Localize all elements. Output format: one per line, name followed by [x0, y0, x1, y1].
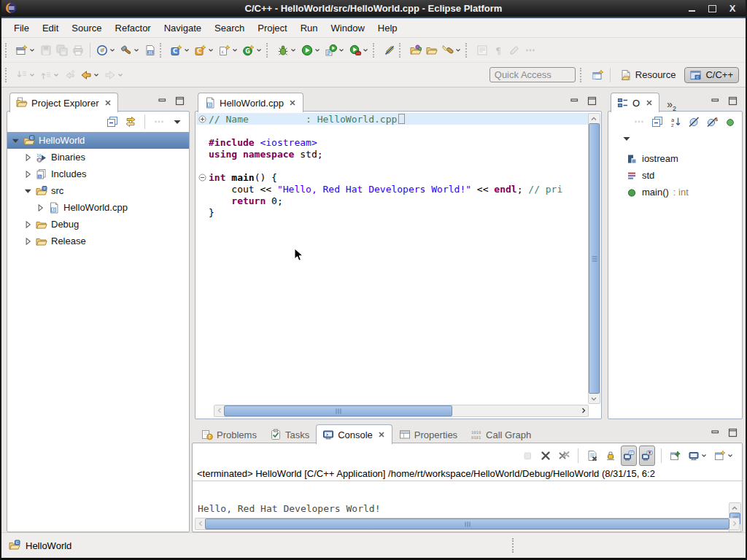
- open-perspective-button[interactable]: [590, 65, 606, 85]
- menu-source[interactable]: Source: [65, 20, 108, 36]
- new-c-class-button[interactable]: C: [193, 40, 217, 61]
- close-icon[interactable]: [289, 99, 297, 107]
- show-stdout-button[interactable]: [621, 446, 637, 466]
- build-button[interactable]: [118, 40, 142, 61]
- minimize-view-icon[interactable]: [711, 428, 720, 438]
- collapse-all-button[interactable]: [649, 112, 665, 132]
- chevron-down-icon[interactable]: [207, 44, 214, 56]
- tab-properties[interactable]: Properties: [392, 425, 464, 443]
- menu-edit[interactable]: Edit: [36, 20, 65, 36]
- fold-plus-icon[interactable]: [196, 115, 209, 123]
- outline-item-main-[interactable]: main() : int: [608, 184, 742, 201]
- tree-item-helloworld[interactable]: CHelloWorld: [7, 132, 189, 149]
- menu-project[interactable]: Project: [251, 20, 293, 36]
- menu-navigate[interactable]: Navigate: [158, 20, 208, 36]
- chevron-down-icon[interactable]: [700, 450, 708, 462]
- binary-button[interactable]: 010: [142, 40, 158, 61]
- close-icon[interactable]: [378, 431, 386, 439]
- maximize-view-icon[interactable]: [587, 96, 597, 106]
- back-button[interactable]: [78, 65, 102, 85]
- hide-static-button[interactable]: S: [704, 112, 720, 132]
- open-console-button[interactable]: [712, 446, 736, 466]
- menu-search[interactable]: Search: [208, 20, 251, 36]
- hide-nonpublic-button[interactable]: [722, 112, 738, 132]
- window-minimize-button[interactable]: [687, 4, 696, 13]
- tab-tasks[interactable]: Tasks: [263, 425, 316, 443]
- menu-window[interactable]: Window: [325, 20, 371, 36]
- chevron-down-icon[interactable]: [117, 69, 124, 81]
- save-all-button[interactable]: [54, 40, 70, 61]
- collapse-all-button[interactable]: [104, 112, 120, 132]
- chevron-down-icon[interactable]: [454, 44, 462, 56]
- tab-outline[interactable]: O: [611, 93, 659, 112]
- chevron-down-icon[interactable]: [362, 44, 369, 56]
- chevron-down-icon[interactable]: [290, 44, 297, 56]
- chevron-down-icon[interactable]: [338, 44, 345, 56]
- open-resource-button[interactable]: [424, 40, 440, 61]
- toolbar-handle[interactable]: [373, 43, 379, 58]
- fold-minus-icon[interactable]: [196, 174, 209, 182]
- code-editor[interactable]: // Name : HelloWorld.cpp#include <iostre…: [196, 113, 589, 404]
- quick-access-input[interactable]: [489, 67, 576, 82]
- chevron-down-icon[interactable]: [53, 69, 60, 81]
- forward-button[interactable]: [102, 65, 126, 85]
- hide-fields-button[interactable]: [686, 112, 702, 132]
- view-menu-button[interactable]: [619, 128, 635, 149]
- chevron-down-icon[interactable]: [93, 69, 100, 81]
- scroll-left-arrow[interactable]: [214, 405, 224, 415]
- show-stderr-button[interactable]: [639, 446, 655, 466]
- debug-attach-button[interactable]: [94, 40, 118, 61]
- chevron-down-icon[interactable]: [133, 44, 140, 56]
- new-c-project-button[interactable]: C: [169, 40, 193, 61]
- toolbar-handle[interactable]: [160, 43, 166, 58]
- chevron-down-icon[interactable]: [28, 44, 36, 56]
- scroll-right-arrow[interactable]: [578, 405, 588, 415]
- close-icon[interactable]: [104, 99, 112, 107]
- remove-launch-button[interactable]: [538, 446, 554, 466]
- minimize-view-icon[interactable]: [711, 96, 720, 106]
- run-button[interactable]: [299, 40, 323, 61]
- next-annotation-button[interactable]: [14, 65, 38, 85]
- expand-arrow-icon[interactable]: [35, 202, 46, 213]
- chevron-down-icon[interactable]: [28, 69, 36, 81]
- tab-helloworld-cpp[interactable]: .c HelloWorld.cpp: [198, 93, 303, 112]
- collapse-arrow-icon[interactable]: [10, 135, 21, 146]
- dots-button[interactable]: [522, 40, 538, 61]
- tab-call-graph[interactable]: 10100101Call Graph: [464, 425, 538, 443]
- minimize-view-icon[interactable]: [570, 96, 579, 106]
- toolbar-handle[interactable]: [399, 43, 405, 58]
- pin-console-button[interactable]: [667, 446, 684, 466]
- external-tools-button[interactable]: [347, 40, 371, 61]
- open-element-button[interactable]: [408, 40, 424, 61]
- show-whitespace-button[interactable]: ¶: [490, 40, 506, 61]
- scroll-left-arrow[interactable]: [196, 518, 205, 528]
- chevron-down-icon[interactable]: [183, 44, 190, 56]
- clear-console-button[interactable]: [584, 446, 600, 466]
- terminate-button[interactable]: [519, 446, 535, 466]
- scrollbar-thumb[interactable]: [589, 123, 600, 394]
- scroll-up-arrow[interactable]: [589, 114, 598, 123]
- expand-arrow-icon[interactable]: [23, 168, 34, 179]
- tree-item-includes[interactable]: hIncludes: [7, 166, 189, 182]
- statusbar-splitter-handle[interactable]: [512, 538, 514, 553]
- menu-help[interactable]: Help: [371, 20, 404, 36]
- tab-problems[interactable]: !Problems: [195, 425, 263, 443]
- search-button[interactable]: [440, 40, 464, 61]
- outline-item-iostream[interactable]: iostream: [608, 150, 742, 167]
- tree-item-helloworld-cpp[interactable]: .cHelloWorld.cpp: [7, 199, 189, 216]
- toolbar-handle[interactable]: [5, 68, 11, 82]
- chevron-down-icon[interactable]: [727, 450, 734, 462]
- maximize-view-icon[interactable]: [728, 96, 738, 106]
- menu-run[interactable]: Run: [294, 20, 325, 36]
- scrollbar-thumb[interactable]: [224, 405, 452, 416]
- toolbar-handle[interactable]: [465, 43, 471, 58]
- console-output[interactable]: Hello, Red Hat Developers World!: [194, 501, 729, 518]
- collapse-arrow-icon[interactable]: [23, 185, 34, 196]
- outline-item-std[interactable]: std: [608, 167, 742, 184]
- window-close-button[interactable]: X: [728, 4, 737, 13]
- scroll-right-arrow[interactable]: [729, 518, 739, 528]
- expand-arrow-icon[interactable]: [23, 236, 34, 246]
- new-make-target-button[interactable]: G: [241, 40, 265, 61]
- maximize-view-icon[interactable]: [175, 96, 185, 106]
- scroll-up-arrow[interactable]: [729, 503, 739, 513]
